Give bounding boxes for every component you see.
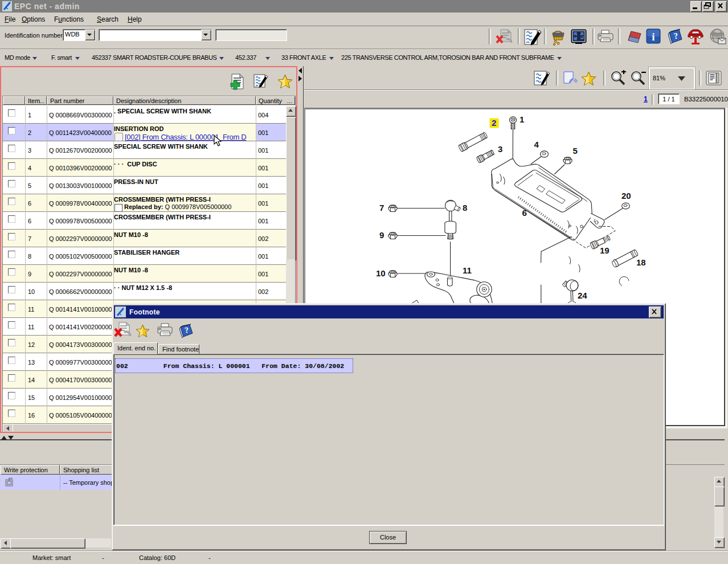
svg-text:7: 7 [379, 203, 384, 212]
svg-text:20: 20 [621, 191, 631, 201]
svg-text:24: 24 [578, 291, 587, 300]
svg-text:8: 8 [463, 203, 467, 212]
svg-text:6: 6 [522, 208, 527, 218]
svg-text:18: 18 [636, 258, 646, 267]
svg-text:2: 2 [492, 118, 496, 128]
svg-text:1: 1 [520, 115, 524, 124]
svg-text:4: 4 [534, 140, 539, 149]
svg-text:11: 11 [463, 265, 472, 275]
svg-text:10: 10 [376, 268, 386, 278]
svg-text:i: i [652, 31, 655, 43]
svg-text:5: 5 [573, 146, 578, 156]
svg-text:19: 19 [600, 246, 610, 255]
svg-text:3: 3 [498, 144, 502, 154]
svg-text:9: 9 [379, 230, 384, 240]
